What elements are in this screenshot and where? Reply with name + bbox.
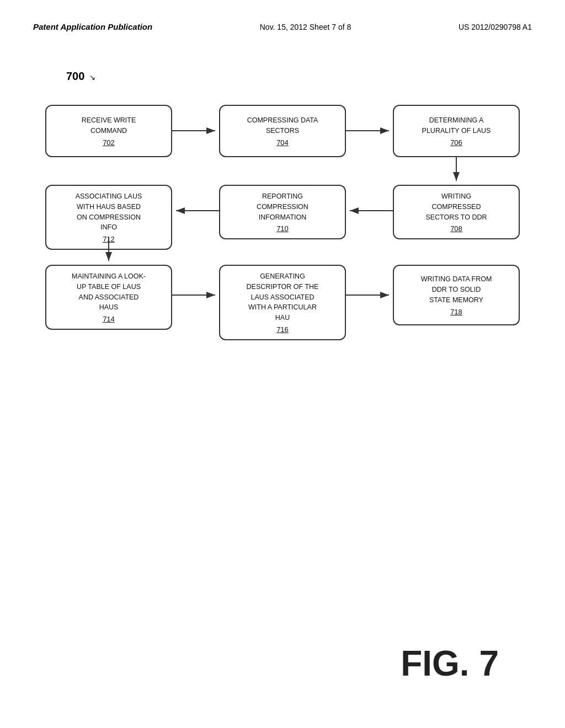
header-left: Patent Application Publication [33,22,152,31]
box-710-num: 710 [276,224,289,233]
box-718-text: WRITING DATA FROMDDR TO SOLIDSTATE MEMOR… [421,274,492,305]
box-716: GENERATINGDESCRIPTOR OF THELAUS ASSOCIAT… [219,265,346,340]
box-704-num: 704 [276,138,289,147]
box-714: MAINTAINING A LOOK-UP TABLE OF LAUSAND A… [45,265,172,330]
box-706-text: DETERMINING APLURALITY OF LAUS [422,115,491,136]
box-712-text: ASSOCIATING LAUSWITH HAUS BASEDON COMPRE… [76,191,142,233]
box-706-num: 706 [450,138,462,147]
header: Patent Application Publication Nov. 15, … [33,22,532,31]
box-706: DETERMINING APLURALITY OF LAUS 706 [393,105,520,157]
box-712-num: 712 [103,235,115,243]
box-710: REPORTINGCOMPRESSIONINFORMATION 710 [219,185,346,239]
box-718-num: 718 [450,308,462,316]
box-714-num: 714 [103,315,115,323]
fig-label: FIG. 7 [401,643,499,684]
box-702-text: RECEIVE WRITECOMMAND [82,115,136,136]
box-708: WRITINGCOMPRESSEDSECTORS TO DDR 708 [393,185,520,239]
box-704: COMPRESSING DATASECTORS 704 [219,105,346,157]
box-716-text: GENERATINGDESCRIPTOR OF THELAUS ASSOCIAT… [247,271,319,323]
diagram-arrow-label: ↘ [89,73,95,82]
header-center: Nov. 15, 2012 Sheet 7 of 8 [260,23,351,31]
box-712: ASSOCIATING LAUSWITH HAUS BASEDON COMPRE… [45,185,172,250]
header-right: US 2012/0290798 A1 [459,23,532,31]
box-710-text: REPORTINGCOMPRESSIONINFORMATION [257,191,308,222]
box-702-num: 702 [103,138,115,147]
diagram-number: 700 [66,70,84,82]
flowchart: RECEIVE WRITECOMMAND 702 COMPRESSING DAT… [45,83,520,347]
box-704-text: COMPRESSING DATASECTORS [247,115,318,136]
box-708-num: 708 [450,224,462,233]
box-714-text: MAINTAINING A LOOK-UP TABLE OF LAUSAND A… [72,271,146,313]
box-708-text: WRITINGCOMPRESSEDSECTORS TO DDR [425,191,487,222]
page: Patent Application Publication Nov. 15, … [0,0,565,728]
box-716-num: 716 [276,325,289,334]
box-702: RECEIVE WRITECOMMAND 702 [45,105,172,157]
box-718: WRITING DATA FROMDDR TO SOLIDSTATE MEMOR… [393,265,520,325]
